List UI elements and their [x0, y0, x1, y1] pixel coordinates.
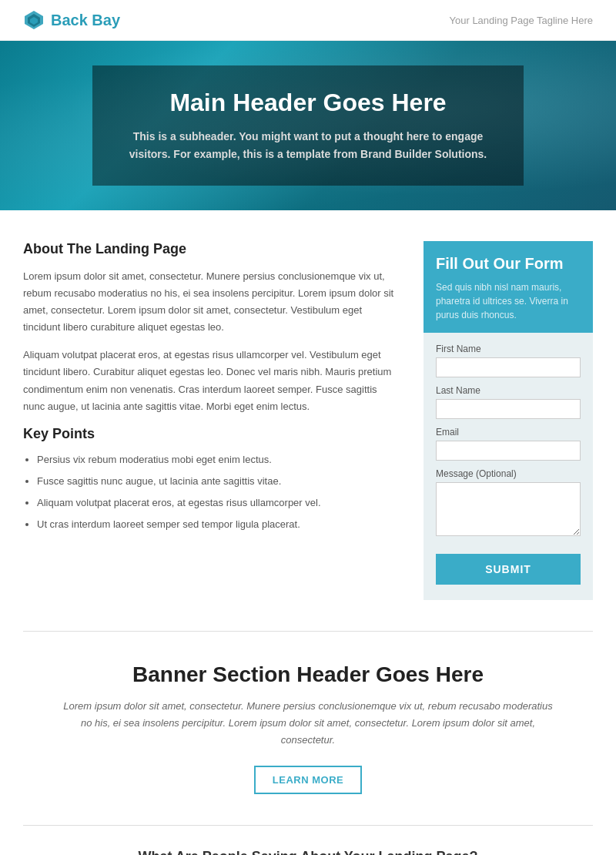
submit-button[interactable]: SUBMIT [436, 554, 581, 585]
banner-text: Lorem ipsum dolor sit amet, consectetur.… [62, 698, 554, 749]
testimonials-section: What Are People Saying About Your Landin… [0, 826, 616, 855]
email-input[interactable] [436, 441, 581, 461]
logo-area: Back Bay [23, 9, 120, 31]
key-points-section: Key Points Persius vix rebum moderatius … [23, 426, 400, 533]
logo-text: Back Bay [51, 12, 120, 29]
list-item: Ut cras interdum laoreet semper sed temp… [37, 516, 400, 533]
form-header: Fill Out Our Form Sed quis nibh nisl nam… [424, 241, 593, 333]
hero-section: Main Header Goes Here This is a subheade… [0, 41, 616, 210]
first-name-label: First Name [436, 344, 581, 354]
hero-title: Main Header Goes Here [123, 89, 493, 117]
form-description: Sed quis nibh nisl nam mauris, pharetra … [436, 280, 581, 322]
message-textarea[interactable] [436, 482, 581, 536]
email-group: Email [436, 427, 581, 461]
about-paragraph-1: Lorem ipsum dolor sit amet, consectetur.… [23, 268, 400, 336]
testimonials-heading: What Are People Saying About Your Landin… [23, 849, 593, 855]
about-paragraph-2: Aliquam volutpat placerat eros, at egest… [23, 347, 400, 414]
banner-heading: Banner Section Header Goes Here [62, 662, 554, 687]
logo-icon [23, 9, 45, 31]
key-points-list: Persius vix rebum moderatius mobi eget e… [23, 451, 400, 533]
main-section: About The Landing Page Lorem ipsum dolor… [0, 210, 616, 631]
form-body: First Name Last Name Email Message (Opti… [424, 333, 593, 600]
last-name-label: Last Name [436, 385, 581, 396]
banner-section: Banner Section Header Goes Here Lorem ip… [0, 632, 616, 825]
list-item: Fusce sagittis nunc augue, ut lacinia an… [37, 473, 400, 490]
site-header: Back Bay Your Landing Page Tagline Here [0, 0, 616, 41]
content-left: About The Landing Page Lorem ipsum dolor… [23, 241, 400, 538]
hero-box: Main Header Goes Here This is a subheade… [92, 65, 524, 186]
list-item: Persius vix rebum moderatius mobi eget e… [37, 451, 400, 468]
message-group: Message (Optional) [436, 468, 581, 538]
list-item: Aliquam volutpat placerat eros, at egest… [37, 495, 400, 511]
first-name-group: First Name [436, 344, 581, 377]
last-name-input[interactable] [436, 399, 581, 419]
key-points-heading: Key Points [23, 426, 400, 442]
last-name-group: Last Name [436, 385, 581, 419]
learn-more-button[interactable]: LEARN MORE [254, 766, 362, 794]
first-name-input[interactable] [436, 357, 581, 377]
form-panel: Fill Out Our Form Sed quis nibh nisl nam… [424, 241, 593, 600]
hero-subtitle: This is a subheader. You might want to p… [123, 128, 493, 163]
message-label: Message (Optional) [436, 468, 581, 479]
about-heading: About The Landing Page [23, 241, 400, 257]
email-label: Email [436, 427, 581, 438]
form-heading: Fill Out Our Form [436, 255, 581, 273]
header-tagline: Your Landing Page Tagline Here [450, 15, 593, 26]
